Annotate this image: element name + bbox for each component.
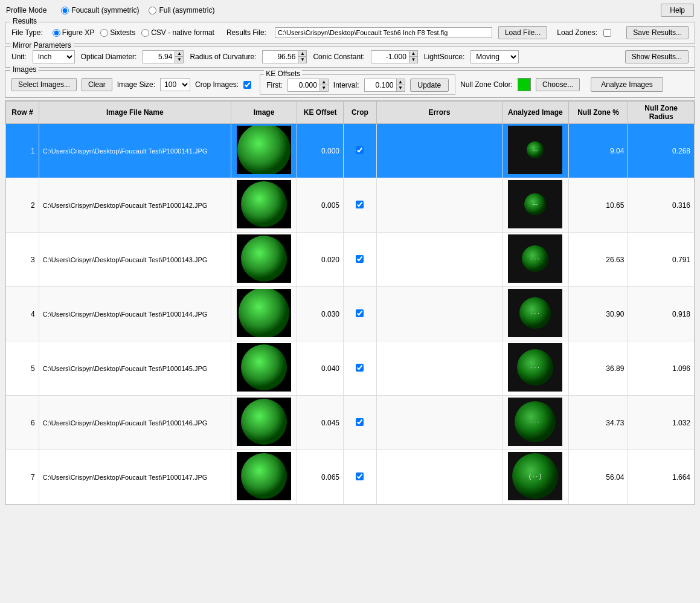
cell-crop[interactable]: [344, 396, 377, 450]
radius-curvature-down[interactable]: ▼: [298, 57, 306, 63]
analyze-images-button[interactable]: Analyze Images: [591, 77, 663, 92]
cell-null-zone-pct: 9.04: [568, 124, 628, 178]
file-type-label: File Type:: [11, 28, 43, 37]
svg-text:· · ·: · · ·: [531, 310, 539, 317]
table-row[interactable]: 5 C:\Users\Crispyn\Desktop\Foucault Test…: [6, 341, 695, 396]
radius-curvature-input[interactable]: [263, 51, 298, 62]
profile-mode-label: Profile Mode: [6, 6, 47, 15]
radius-curvature-spinner[interactable]: ▲ ▼: [262, 50, 307, 63]
table-body: 1 C:\Users\Crispyn\Desktop\Foucault Test…: [6, 124, 695, 505]
crop-checkbox[interactable]: [356, 201, 364, 208]
images-toolbar: Select Images... Clear Image Size: 100 7…: [11, 74, 689, 95]
mirror-parameters-row: Unit: Inch MM Optical Diameter: ▲ ▼ Radi…: [11, 50, 689, 63]
load-file-button[interactable]: Load File...: [498, 26, 547, 39]
ke-first-input[interactable]: [288, 80, 319, 91]
cell-crop[interactable]: [344, 450, 377, 505]
cell-image: [231, 396, 297, 450]
svg-point-31: [241, 453, 287, 499]
ke-first-up[interactable]: ▲: [319, 79, 328, 85]
crop-checkbox[interactable]: [356, 255, 364, 263]
light-source-select[interactable]: Moving Fixed: [470, 50, 519, 63]
radio-csv-label: CSV - native format: [151, 28, 214, 37]
conic-constant-up[interactable]: ▲: [409, 51, 417, 57]
cell-filename: C:\Users\Crispyn\Desktop\Foucault Test\P…: [39, 396, 231, 450]
radio-figureXP[interactable]: Figure XP: [53, 28, 94, 37]
ke-first-spinner[interactable]: ▲ ▼: [287, 79, 329, 92]
conic-constant-down[interactable]: ▼: [409, 57, 417, 63]
show-results-button[interactable]: Show Results...: [625, 50, 689, 63]
cell-ke-offset: 0.045: [297, 396, 344, 450]
optical-diameter-spinner[interactable]: ▲ ▼: [143, 50, 184, 63]
ke-interval-down[interactable]: ▼: [396, 85, 405, 91]
crop-checkbox[interactable]: [356, 418, 364, 426]
cell-errors: [376, 450, 502, 505]
radio-full-input[interactable]: [149, 7, 156, 15]
images-table: Row # Image File Name Image KE Offset Cr…: [5, 101, 695, 505]
radio-csv[interactable]: CSV - native format: [141, 28, 214, 37]
conic-constant-spinner-buttons: ▲ ▼: [409, 51, 417, 63]
radio-sixtests[interactable]: Sixtests: [100, 28, 135, 37]
radio-sixtests-input[interactable]: [100, 29, 108, 37]
radio-figureXP-input[interactable]: [53, 29, 60, 37]
crop-images-checkbox[interactable]: [243, 81, 251, 89]
table-row[interactable]: 3 C:\Users\Crispyn\Desktop\Foucault Test…: [6, 233, 695, 287]
choose-button[interactable]: Choose...: [536, 78, 580, 91]
crop-checkbox[interactable]: [356, 146, 364, 154]
cell-null-zone-pct: 26.63: [568, 233, 628, 287]
radio-foucault[interactable]: Foucault (symmetric): [61, 6, 139, 15]
cell-null-zone-radius: 0.316: [628, 178, 695, 233]
ke-interval-label: Interval:: [333, 81, 359, 89]
images-table-wrapper[interactable]: Row # Image File Name Image KE Offset Cr…: [5, 100, 695, 505]
crop-checkbox[interactable]: [356, 364, 364, 372]
cell-crop[interactable]: [344, 124, 377, 178]
svg-text:· · ·: · · ·: [531, 419, 539, 425]
null-zone-color-label: Null Zone Color:: [460, 80, 513, 89]
image-size-select[interactable]: 100 75 50: [160, 78, 190, 91]
help-button[interactable]: Help: [661, 4, 694, 17]
crop-checkbox[interactable]: [356, 472, 364, 480]
radio-full[interactable]: Full (asymmetric): [149, 6, 214, 15]
cell-crop[interactable]: [344, 287, 377, 341]
update-button[interactable]: Update: [410, 79, 449, 92]
svg-text:· · ·: · · ·: [531, 364, 539, 371]
table-row[interactable]: 4 C:\Users\Crispyn\Desktop\Foucault Test…: [6, 287, 695, 341]
cell-filename: C:\Users\Crispyn\Desktop\Foucault Test\P…: [39, 450, 231, 505]
table-row[interactable]: 2 C:\Users\Crispyn\Desktop\Foucault Test…: [6, 178, 695, 233]
ke-first-down[interactable]: ▼: [319, 85, 328, 91]
cell-crop[interactable]: [344, 341, 377, 396]
load-zones-checkbox[interactable]: [603, 29, 611, 37]
optical-diameter-up[interactable]: ▲: [175, 51, 183, 57]
radius-curvature-up[interactable]: ▲: [298, 51, 306, 57]
cell-image: [231, 287, 297, 341]
ke-offsets-group: KE Offsets First: ▲ ▼ Interval: ▲ ▼ Upda…: [260, 74, 455, 95]
results-section-title: Results: [10, 17, 39, 25]
top-bar: Profile Mode Foucault (symmetric) Full (…: [0, 0, 700, 19]
radio-csv-input[interactable]: [141, 29, 149, 37]
svg-point-6: [241, 181, 287, 227]
radio-foucault-input[interactable]: [61, 7, 69, 15]
cell-null-zone-radius: 1.096: [628, 341, 695, 396]
table-row[interactable]: 6 C:\Users\Crispyn\Desktop\Foucault Test…: [6, 396, 695, 450]
cell-crop[interactable]: [344, 233, 377, 287]
crop-checkbox[interactable]: [356, 309, 364, 317]
images-section: Images Select Images... Clear Image Size…: [5, 70, 695, 98]
table-row[interactable]: 1 C:\Users\Crispyn\Desktop\Foucault Test…: [6, 124, 695, 178]
conic-constant-input[interactable]: [371, 51, 409, 62]
ke-interval-spinner[interactable]: ▲ ▼: [364, 79, 405, 92]
optical-diameter-spinner-buttons: ▲ ▼: [175, 51, 183, 63]
clear-button[interactable]: Clear: [82, 78, 112, 91]
ke-interval-up[interactable]: ▲: [396, 79, 405, 85]
col-header-ke: KE Offset: [297, 102, 344, 124]
cell-crop[interactable]: [344, 178, 377, 233]
results-file-label: Results File:: [226, 28, 266, 37]
unit-select[interactable]: Inch MM: [33, 50, 75, 63]
table-row[interactable]: 7 C:\Users\Crispyn\Desktop\Foucault Test…: [6, 450, 695, 505]
ke-interval-input[interactable]: [365, 80, 396, 91]
save-results-button[interactable]: Save Results...: [626, 26, 689, 39]
select-images-button[interactable]: Select Images...: [11, 78, 77, 91]
optical-diameter-down[interactable]: ▼: [175, 57, 183, 63]
cell-filename: C:\Users\Crispyn\Desktop\Foucault Test\P…: [39, 124, 231, 178]
optical-diameter-input[interactable]: [143, 51, 175, 62]
conic-constant-spinner[interactable]: ▲ ▼: [371, 50, 418, 63]
results-file-input[interactable]: [275, 27, 492, 38]
